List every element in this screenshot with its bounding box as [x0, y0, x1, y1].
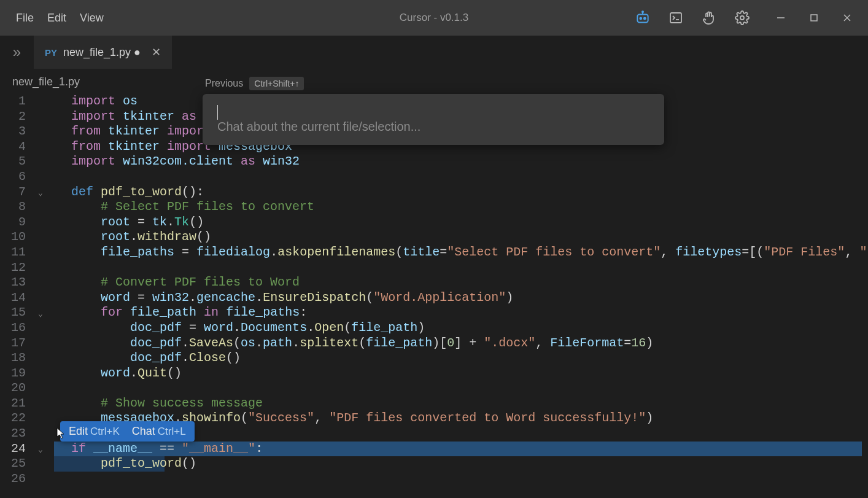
- fold-icon[interactable]: ⌄: [38, 307, 43, 322]
- minimize-button[interactable]: [775, 12, 787, 24]
- wave-icon[interactable]: [701, 10, 717, 26]
- maximize-button[interactable]: [808, 12, 820, 24]
- svg-point-7: [740, 16, 744, 20]
- line-gutter: 1234567891011121314151617181920212223242…: [0, 94, 54, 486]
- chat-hint: Previous Ctrl+Shift+↑: [203, 77, 664, 90]
- window-controls: [775, 12, 853, 24]
- titlebar: File Edit View Cursor - v0.1.3: [0, 0, 868, 36]
- menu-file[interactable]: File: [16, 12, 34, 25]
- svg-rect-0: [637, 15, 648, 23]
- shortcut-badge: Ctrl+Shift+↑: [249, 77, 304, 90]
- tab-new-file-1[interactable]: PY new_file_1.py ● ✕: [34, 36, 172, 69]
- fold-icon[interactable]: ⌄: [38, 443, 43, 458]
- mouse-cursor-icon: [56, 427, 66, 443]
- menu-edit[interactable]: Edit: [47, 12, 66, 25]
- svg-point-4: [642, 11, 643, 12]
- close-icon[interactable]: ✕: [152, 45, 161, 59]
- tabbar: » PY new_file_1.py ● ✕: [0, 36, 868, 69]
- previous-label[interactable]: Previous: [205, 78, 243, 89]
- expand-sidebar-icon[interactable]: »: [0, 36, 34, 69]
- fold-icon[interactable]: ⌄: [38, 186, 43, 201]
- chat-popup: Previous Ctrl+Shift+↑: [203, 77, 664, 145]
- inline-action-hint: EditCtrl+K ChatCtrl+L: [60, 421, 195, 442]
- svg-rect-9: [811, 15, 817, 21]
- ai-bot-icon[interactable]: [635, 10, 651, 26]
- close-button[interactable]: [841, 12, 853, 24]
- chat-input[interactable]: [217, 120, 649, 134]
- tab-lang-badge: PY: [45, 47, 57, 58]
- tab-filename: new_file_1.py ●: [63, 46, 141, 59]
- title-actions: [635, 10, 862, 26]
- chat-action[interactable]: ChatCtrl+L: [132, 425, 186, 438]
- terminal-icon[interactable]: [668, 10, 684, 26]
- svg-point-2: [644, 18, 646, 20]
- app-title: Cursor - v0.1.3: [400, 12, 468, 24]
- svg-point-1: [640, 18, 641, 20]
- chat-input-box[interactable]: [203, 94, 664, 145]
- edit-action[interactable]: EditCtrl+K: [69, 425, 120, 438]
- menu-bar: File Edit View: [6, 12, 104, 25]
- gear-icon[interactable]: [734, 10, 750, 26]
- svg-rect-5: [670, 13, 681, 23]
- menu-view[interactable]: View: [80, 12, 104, 25]
